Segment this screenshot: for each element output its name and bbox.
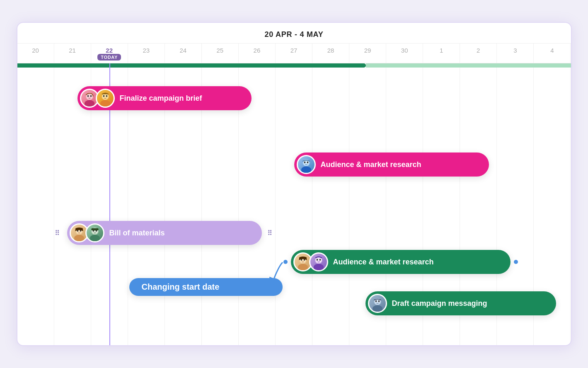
draft-avatars <box>368 294 387 313</box>
svg-point-32 <box>313 264 323 271</box>
drag-arrow <box>254 258 295 291</box>
avatar-man-4 <box>309 252 328 271</box>
task-audience-top-label: Audience & market research <box>321 160 421 169</box>
date-23: 23 <box>128 44 165 63</box>
svg-point-40 <box>378 300 379 302</box>
task-finalize[interactable]: Finalize campaign brief <box>77 86 252 110</box>
svg-point-11 <box>301 166 311 173</box>
audience-top-avatars <box>297 155 316 174</box>
date-28: 28 <box>312 44 349 63</box>
progress-bar <box>17 63 571 68</box>
date-24: 24 <box>165 44 202 63</box>
avatar-man-2 <box>297 155 316 174</box>
progress-empty <box>366 63 571 68</box>
progress-filled <box>17 63 366 68</box>
date-2: 2 <box>460 44 497 63</box>
avatar-man-1 <box>96 89 115 108</box>
svg-point-1 <box>84 100 94 107</box>
date-21: 21 <box>54 44 91 63</box>
bom-avatars <box>70 223 104 242</box>
svg-point-13 <box>304 162 305 163</box>
gantt-body: Finalize campaign brief Audience <box>17 63 571 345</box>
avatar-man-5 <box>368 294 387 313</box>
date-30: 30 <box>386 44 423 63</box>
svg-point-37 <box>372 305 382 312</box>
task-bom[interactable]: ⠿ <box>67 221 262 245</box>
svg-point-35 <box>319 259 320 261</box>
task-finalize-label: Finalize campaign brief <box>120 94 202 103</box>
task-audience-top[interactable]: Audience & market research <box>294 153 489 177</box>
svg-point-21 <box>90 235 99 242</box>
header-title: 20 APR - 4 MAY <box>17 23 571 44</box>
date-1: 1 <box>423 44 460 63</box>
dates-row: 20 21 22 TODAY 23 24 25 26 27 28 29 30 1… <box>17 44 571 63</box>
drag-handle-left[interactable]: ⠿ <box>55 229 60 237</box>
svg-point-4 <box>90 95 91 97</box>
task-audience-bottom[interactable]: Audience & market research <box>291 250 511 274</box>
today-label: TODAY <box>97 54 121 61</box>
dot-right <box>514 260 518 264</box>
task-draft[interactable]: Draft campaign messaging <box>365 291 556 315</box>
svg-point-6 <box>100 100 110 107</box>
task-draft-label: Draft campaign messaging <box>392 299 487 308</box>
task-changing-label: Changing start date <box>142 282 220 292</box>
task-audience-bottom-label: Audience & market research <box>333 258 434 266</box>
gantt-container: 20 APR - 4 MAY 20 21 22 TODAY 23 24 25 2… <box>17 22 572 346</box>
svg-point-27 <box>298 264 307 271</box>
avatar-man-3 <box>85 223 104 242</box>
drag-handle-right[interactable]: ⠿ <box>267 229 272 237</box>
svg-point-3 <box>87 95 88 97</box>
date-4: 4 <box>534 44 571 63</box>
svg-point-16 <box>74 235 84 242</box>
svg-rect-25 <box>91 228 98 230</box>
svg-point-39 <box>375 300 376 302</box>
svg-point-8 <box>103 95 104 97</box>
date-25: 25 <box>202 44 239 63</box>
svg-point-34 <box>316 259 317 261</box>
finalize-avatars <box>80 89 115 108</box>
task-bom-label: Bill of materials <box>109 229 165 237</box>
date-22: 22 TODAY <box>91 44 128 63</box>
date-3: 3 <box>497 44 534 63</box>
date-20: 20 <box>17 44 54 63</box>
date-27: 27 <box>276 44 312 63</box>
audience-bottom-avatars <box>293 252 328 271</box>
svg-point-14 <box>307 162 308 163</box>
date-29: 29 <box>349 44 386 63</box>
svg-point-9 <box>106 95 107 97</box>
date-26: 26 <box>239 44 276 63</box>
